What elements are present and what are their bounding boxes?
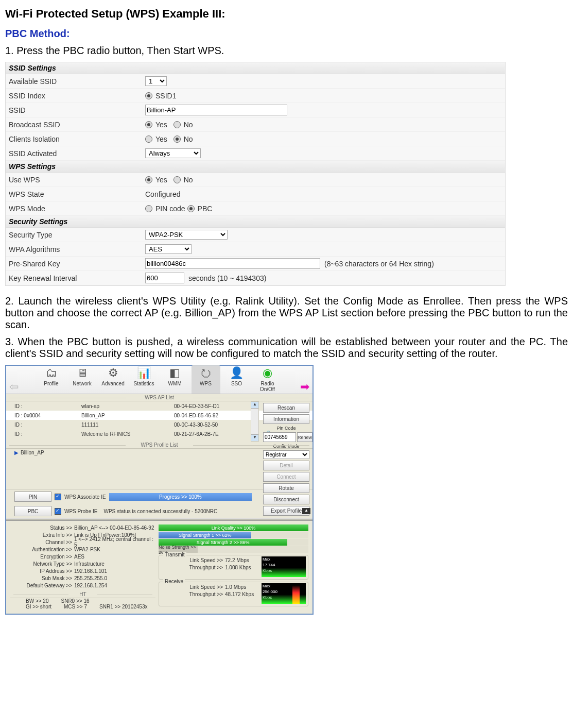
rx-ls-k: Link Speed >> (161, 584, 225, 590)
snr0-v: 16 (83, 598, 89, 604)
row-renewal: Key Renewal Interval seconds (10 ~ 41943… (6, 271, 505, 285)
graph-max: Max (263, 557, 270, 562)
transmit-title: Transmit (163, 552, 186, 557)
label-ssid: SSID (9, 106, 145, 114)
toolbar-radio-label: Radio On/Off (260, 381, 275, 392)
row-wps-mode: WPS Mode PIN code PBC (6, 201, 505, 216)
information-button[interactable]: Information (263, 414, 309, 424)
toolbar-sso[interactable]: 👤SSO (222, 365, 251, 394)
ap-mac: 00-0C-43-30-52-50 (174, 422, 251, 428)
usewps-no-radio[interactable] (173, 176, 181, 183)
row-psk: Pre-Shared Key (8~63 characters or 64 He… (6, 257, 505, 271)
snr1-k: SNR1 >> (99, 604, 120, 610)
snr1-v: 20102453x (122, 604, 148, 610)
wps-state-value: Configured (145, 190, 181, 198)
broadcast-yes-radio[interactable] (145, 121, 152, 128)
label-isolation: Clients Isolation (9, 135, 145, 143)
security-settings-header: Security Settings (6, 216, 505, 228)
configmode-select[interactable]: Registrar (263, 450, 309, 459)
pin-button[interactable]: PIN (14, 492, 51, 502)
page-title: Wi-Fi Protected Setup (WPS) Example III: (5, 7, 568, 21)
profile-item[interactable]: ▶ Billion_AP (14, 450, 304, 455)
kv-k: Sub Mask >> (10, 575, 74, 581)
rotate-button[interactable]: Rotate (263, 483, 309, 493)
wpa-alg-select[interactable]: AES (145, 244, 192, 254)
toolbar-statistics-label: Statistics (133, 381, 154, 386)
broadcast-no-radio[interactable] (173, 121, 181, 128)
wps-status-text: WPS status is connected successfully - 5… (103, 509, 217, 514)
toolbar-next-arrow-icon[interactable]: ➡ (299, 380, 310, 394)
psk-input[interactable] (145, 258, 320, 269)
mcs-k: MCS >> (64, 604, 83, 610)
toolbar-profile[interactable]: 🗂Profile (37, 365, 66, 394)
pincode-input[interactable] (263, 432, 296, 442)
kv-v: 192.168.1.101 (74, 568, 155, 574)
triangle-icon: ▶ (14, 450, 19, 455)
receive-title: Receive (163, 579, 185, 584)
broadcast-no-label: No (184, 121, 193, 129)
wpsmode-pin-radio[interactable] (145, 205, 152, 212)
connect-button[interactable]: Connect (263, 472, 309, 482)
gi-v: short (40, 604, 51, 610)
wps-associate-checkbox[interactable] (55, 494, 61, 500)
ssid-index-radio[interactable] (145, 92, 152, 99)
available-ssid-select[interactable]: 1 (145, 76, 167, 86)
toolbar-wps-label: WPS (200, 381, 212, 386)
collapse-button[interactable]: ▲ (302, 508, 310, 514)
kv-k: Encryption >> (10, 554, 74, 560)
toolbar-prev-arrow-icon[interactable]: ⇦ (8, 380, 20, 394)
label-psk: Pre-Shared Key (9, 260, 145, 268)
toolbar-network[interactable]: 🖥Network (68, 365, 97, 394)
wpsmode-pbc-label: PBC (198, 205, 213, 213)
row-wpa-alg: WPA Algorithms AES (6, 242, 505, 257)
ap-mac: 00-04-ED-33-5F-D1 (174, 403, 251, 409)
usewps-yes-radio[interactable] (145, 176, 152, 183)
row-sec-type: Security Type WPA2-PSK (6, 228, 505, 242)
tx-tp-v: 1.008 Kbps (225, 565, 259, 570)
label-ssid-index: SSID Index (9, 92, 145, 100)
toolbar-advanced[interactable]: ⚙Advanced (99, 365, 128, 394)
wps-probe-checkbox[interactable] (55, 508, 61, 515)
usewps-yes-label: Yes (155, 176, 167, 184)
toolbar-network-label: Network (73, 381, 92, 386)
transmit-group: Transmit Link Speed >>72.2 Mbps Throughp… (159, 555, 308, 580)
renew-button[interactable]: Renew (297, 432, 312, 442)
detail-button[interactable]: Detail (263, 461, 309, 470)
label-wpa-alg: WPA Algorithms (9, 245, 145, 253)
wpsmode-pin-label: PIN code (155, 205, 185, 213)
rescan-button[interactable]: Rescan (263, 403, 309, 413)
bw-k: BW >> (26, 598, 42, 604)
kv-k: Authentication >> (10, 547, 74, 552)
toolbar-statistics[interactable]: 📊Statistics (130, 365, 159, 394)
transmit-graph: Max 17.744 Kbps (262, 556, 306, 577)
kv-v: Billion_AP <--> 00-04-ED-85-46-92 (74, 525, 155, 531)
kv-k: Channel >> (10, 539, 74, 545)
renewal-input[interactable] (145, 273, 184, 283)
wpsmode-pbc-radio[interactable] (187, 205, 195, 212)
step2-text: 2. Launch the wireless client's WPS Util… (5, 295, 568, 331)
radio-icon: ◉ (253, 365, 282, 381)
disconnect-button[interactable]: Disconnect (263, 495, 309, 504)
isolation-no-radio[interactable] (173, 136, 181, 143)
aplist-scrollbar[interactable]: ▲▼ (251, 401, 259, 442)
ht-title: HT (10, 591, 155, 598)
sec-type-select[interactable]: WPA2-PSK (145, 230, 228, 240)
pbc-button[interactable]: PBC (14, 506, 51, 516)
wps-probe-label: WPS Probe IE (64, 509, 97, 514)
link-quality-bar: Link Quality >> 100% (159, 524, 308, 531)
status-column: Status >>Billion_AP <--> 00-04-ED-85-46-… (10, 524, 155, 610)
rx-tp-k: Throughput >> (161, 591, 225, 597)
ssid-input[interactable] (145, 105, 287, 115)
activated-select[interactable]: Always (145, 148, 201, 158)
toolbar-wps[interactable]: ⭮WPS (192, 365, 220, 394)
toolbar-wmm[interactable]: ◧WMM (161, 365, 189, 394)
tx-ls-k: Link Speed >> (161, 557, 225, 563)
ap-ssid: Billion_AP (81, 413, 174, 418)
toolbar-radio[interactable]: ◉Radio On/Off (253, 365, 282, 394)
toolbar-profile-label: Profile (44, 381, 58, 386)
kv-v: Infrastructure (74, 561, 155, 567)
isolation-no-label: No (184, 135, 193, 143)
pincode-label: Pin Code (263, 426, 309, 431)
renewal-unit: seconds (10 ~ 4194303) (188, 274, 266, 282)
isolation-yes-radio[interactable] (145, 136, 152, 143)
